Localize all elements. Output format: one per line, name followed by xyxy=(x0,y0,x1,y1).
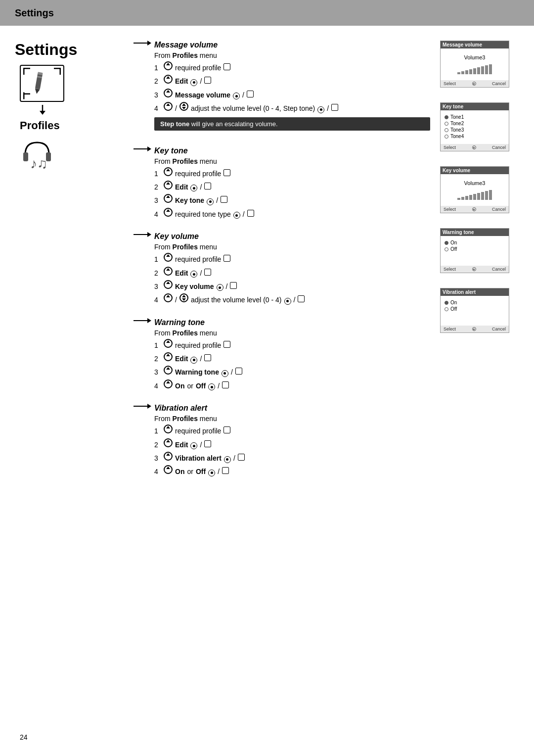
footer-dot-wt xyxy=(472,267,476,271)
section-wt-content: Warning tone From Profiles menu 1 requir… xyxy=(154,318,430,393)
section-warning-tone: Warning tone From Profiles menu 1 requir… xyxy=(134,318,430,393)
kv-bar-6 xyxy=(477,193,480,200)
section-kv-content: Key volume From Profiles menu 1 required… xyxy=(154,232,430,307)
screen-kv-footer: Select Cancel xyxy=(441,206,509,213)
step-va-3: 3 Vibration alert / xyxy=(154,452,430,464)
section-mv-content: Message volume From Profiles menu 1 requ… xyxy=(154,41,430,136)
kv-bar-8 xyxy=(485,191,488,200)
scroll-icon-va1 xyxy=(164,425,173,433)
center-icon-mv2 xyxy=(190,79,197,86)
scroll-icon-va2 xyxy=(164,438,173,447)
box-icon-kt1 xyxy=(223,169,230,176)
step-wt-2: 2 Edit / xyxy=(154,352,430,364)
scroll-icon-mv4a xyxy=(164,102,173,111)
footer-cancel-kt: Cancel xyxy=(492,145,506,150)
scroll-icon-kt3 xyxy=(164,194,173,203)
radio-circle-wt-on xyxy=(445,241,448,245)
radio-tone2: Tone2 xyxy=(445,121,505,126)
screen-kv-bars xyxy=(445,188,504,200)
profiles-icon: ♪♫ xyxy=(20,137,54,172)
vol-bar-3 xyxy=(465,70,468,74)
screen-kv-header: Key volume xyxy=(441,167,509,174)
svg-rect-12 xyxy=(23,152,28,161)
box-icon-kv3 xyxy=(230,282,237,289)
scroll-icon-kt1 xyxy=(164,167,173,176)
section-wt-title: Warning tone xyxy=(154,318,430,327)
step-kt-3: 3 Key tone / xyxy=(154,194,430,206)
screen-wt-options: On Off xyxy=(444,238,506,255)
radio-circle-tone2 xyxy=(445,122,448,126)
center-icon-wt2 xyxy=(190,357,197,364)
kv-bar-4 xyxy=(469,195,472,200)
footer-dot-kv xyxy=(472,207,476,211)
radio-tone3: Tone3 xyxy=(445,127,505,133)
screen-mv-bars xyxy=(445,62,504,74)
scroll-icon-kv1 xyxy=(164,253,173,262)
box-icon-va2 xyxy=(204,440,211,447)
center-icon-va3 xyxy=(224,456,231,463)
center-icon-mv4 xyxy=(317,106,324,113)
svg-rect-6 xyxy=(35,73,43,89)
page-number: 24 xyxy=(20,733,28,741)
radio-circle-wt-off xyxy=(445,247,448,251)
step-mv-3: 3 Message volume / xyxy=(154,89,430,100)
scroll-icon-mv2 xyxy=(164,75,173,84)
section-key-tone: Key tone From Profiles menu 1 required p… xyxy=(134,146,430,222)
center-icon-wt3 xyxy=(222,370,228,377)
svg-text:♪♫: ♪♫ xyxy=(30,156,47,171)
vol-bar-2 xyxy=(461,71,464,74)
vol-bar-9 xyxy=(489,64,492,74)
center-icon-va4 xyxy=(208,470,215,476)
step-va-1: 1 required profile xyxy=(154,425,430,436)
center-icon-kv4 xyxy=(284,298,291,305)
box-icon-wt4 xyxy=(222,381,229,388)
box-icon-wt2 xyxy=(204,354,211,361)
footer-select-kt: Select xyxy=(444,145,456,150)
screen-wt-header: Warning tone xyxy=(441,229,509,236)
radio-circle-va-off xyxy=(445,307,448,311)
settings-icon xyxy=(22,67,62,100)
screen-kt-options: Tone1 Tone2 Tone3 Tone4 xyxy=(444,112,506,142)
screen-mv-footer: Select Cancel xyxy=(441,80,509,87)
box-icon-mv1 xyxy=(223,63,230,70)
step-kt-4: 4 required tone type / xyxy=(154,208,430,220)
section-kv-title: Key volume xyxy=(154,232,430,241)
screen-kv-body: Volume3 xyxy=(441,174,509,206)
radio-wt-off: Off xyxy=(445,246,505,252)
arrow-mv xyxy=(134,41,151,46)
section-kt-content: Key tone From Profiles menu 1 required p… xyxy=(154,146,430,222)
section-key-volume: Key volume From Profiles menu 1 required… xyxy=(134,232,430,307)
step-kv-3: 3 Key volume / xyxy=(154,280,430,292)
center-icon-va2 xyxy=(190,442,197,449)
scroll-icon-wt2 xyxy=(164,352,173,361)
step-kv-2: 2 Edit / xyxy=(154,267,430,279)
center-icon-kv3 xyxy=(217,284,223,291)
footer-cancel-kv: Cancel xyxy=(492,207,506,212)
radio-circle-tone3 xyxy=(445,128,448,132)
screen-mv-header: Message volume xyxy=(441,41,509,48)
step-kv-1: 1 required profile xyxy=(154,253,430,265)
screen-kv-value: Volume3 xyxy=(445,180,504,186)
section-kv-connector: Key volume From Profiles menu 1 required… xyxy=(134,232,430,307)
screen-key-tone: Key tone Tone1 Tone2 Tone3 xyxy=(440,102,509,151)
scroll-icon-va3 xyxy=(164,452,173,461)
radio-circle-tone4 xyxy=(445,135,448,139)
footer-dot-kt xyxy=(472,145,476,149)
vol-bar-1 xyxy=(457,72,460,74)
kv-bar-2 xyxy=(461,197,464,200)
scroll-icon-kt4 xyxy=(164,208,173,217)
box-icon-mv3 xyxy=(247,91,254,97)
scroll-icon-wt3 xyxy=(164,366,173,375)
section-va-connector: Vibration alert From Profiles menu 1 req… xyxy=(134,404,430,479)
box-icon-kt3 xyxy=(221,196,227,203)
radio-wt-on: On xyxy=(445,240,505,245)
section-kt-from: From Profiles menu xyxy=(154,157,430,165)
svg-rect-5 xyxy=(23,92,25,99)
vol-bar-4 xyxy=(469,69,472,74)
center-icon-kt4 xyxy=(233,212,240,219)
arrow-kt xyxy=(134,146,151,151)
scroll-icon-va4 xyxy=(164,465,173,474)
screen-va-footer: Select Cancel xyxy=(441,326,509,332)
radio-va-on: On xyxy=(445,300,505,305)
vol-bar-6 xyxy=(477,67,480,74)
